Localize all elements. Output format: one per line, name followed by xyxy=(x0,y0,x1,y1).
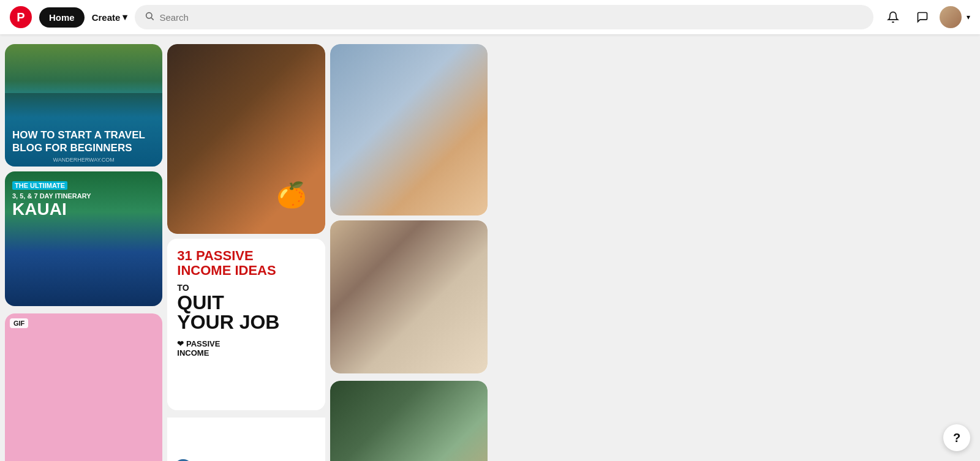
pin-card[interactable] xyxy=(167,44,325,234)
pin-card[interactable]: GIF xyxy=(5,313,162,461)
passive-title: 31 PASSIVEINCOME IDEAS xyxy=(177,249,315,278)
kauai-title: KAUAI xyxy=(12,200,67,219)
babbel-promo-card[interactable]: Promoted by Babbel ··· xyxy=(167,418,325,461)
pin-image xyxy=(167,44,325,234)
pin-grid: HOW TO START A TRAVEL BLOG FOR BEGINNERS… xyxy=(5,44,975,461)
profile-chevron-icon[interactable]: ▾ xyxy=(967,13,970,21)
pin-image xyxy=(330,44,488,216)
pin-card-wrapper[interactable]: GIF xyxy=(5,313,162,461)
passive-income-label: ❤ PASSIVEINCOME xyxy=(177,339,315,358)
create-button[interactable]: Create ▾ xyxy=(92,12,128,23)
header: P Home Create ▾ ▾ xyxy=(0,0,980,34)
svg-point-0 xyxy=(146,13,152,18)
promoted-row-babbel: Promoted by Babbel ··· xyxy=(167,454,325,461)
kauai-highlight: THE ULTIIMATE xyxy=(12,181,67,190)
pinterest-logo[interactable]: P xyxy=(10,6,32,28)
search-icon xyxy=(145,11,154,23)
pin-card-reading[interactable] xyxy=(330,44,488,216)
gif-badge: GIF xyxy=(10,318,28,328)
babbel-placeholder xyxy=(167,418,325,454)
pin-image: THE ULTIIMATE 3, 5, & 7 DAY ITINERARY KA… xyxy=(5,171,162,306)
pin-card[interactable]: THE ULTIIMATE 3, 5, & 7 DAY ITINERARY KA… xyxy=(5,171,162,306)
home-button[interactable]: Home xyxy=(39,7,85,28)
pin-image xyxy=(330,220,488,373)
pin-card-passive[interactable]: 31 PASSIVEINCOME IDEAS TO QUITYOUR JOB ❤… xyxy=(167,239,325,410)
pin-image: HOW TO START A TRAVEL BLOG FOR BEGINNERS… xyxy=(5,44,162,167)
pin-watermark: WANDERHERWAY.COM xyxy=(5,157,162,163)
pin-card-laptop[interactable] xyxy=(330,220,488,373)
pin-card[interactable]: HOW TO START A TRAVEL BLOG FOR BEGINNERS… xyxy=(5,44,162,167)
passive-red-text: 31 PASSIVEINCOME IDEAS xyxy=(177,248,276,278)
notifications-button[interactable] xyxy=(881,5,905,29)
svg-line-1 xyxy=(151,18,154,20)
pin-card-fashion[interactable] xyxy=(330,381,488,461)
messages-button[interactable] xyxy=(910,5,935,29)
quit-text: QUITYOUR JOB xyxy=(177,293,315,332)
help-button[interactable]: ? xyxy=(943,424,970,451)
pin-image: 31 PASSIVEINCOME IDEAS TO QUITYOUR JOB ❤… xyxy=(167,239,325,410)
pin-image xyxy=(330,381,488,461)
pin-text-overlay: HOW TO START A TRAVEL BLOG FOR BEGINNERS xyxy=(12,129,155,154)
main-content: HOW TO START A TRAVEL BLOG FOR BEGINNERS… xyxy=(0,34,980,461)
avatar[interactable] xyxy=(940,6,962,28)
pin-image xyxy=(5,313,162,461)
search-bar[interactable] xyxy=(135,5,873,29)
kauai-text: THE ULTIIMATE 3, 5, & 7 DAY ITINERARY KA… xyxy=(12,181,155,219)
search-input[interactable] xyxy=(159,12,864,23)
header-right: ▾ xyxy=(881,5,970,29)
chevron-down-icon: ▾ xyxy=(123,12,127,23)
